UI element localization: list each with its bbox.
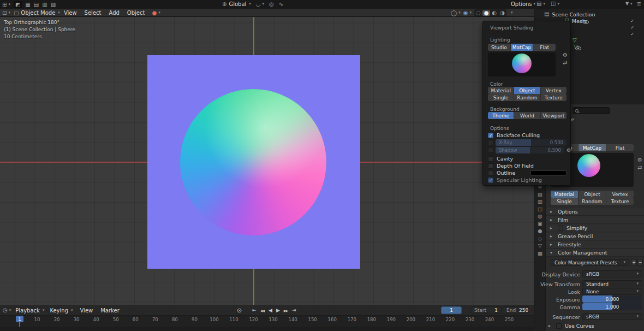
sequencer-select[interactable]: sRGB▾: [582, 313, 642, 320]
section-freestyle[interactable]: ▸Freestyle: [546, 241, 644, 249]
tab-flat[interactable]: Flat: [606, 144, 634, 151]
gamma-slider[interactable]: 1.000: [582, 303, 642, 310]
matcap-settings-gear-icon[interactable]: ⚙: [637, 157, 642, 163]
tab-studio[interactable]: Studio: [488, 44, 511, 51]
shading-rendered-button[interactable]: ◑: [498, 10, 506, 16]
timeline-editor-select[interactable]: ◷▾: [3, 308, 11, 313]
bg-theme[interactable]: Theme: [488, 112, 514, 119]
color-object[interactable]: Object: [514, 87, 540, 94]
backface-culling-checkbox[interactable]: [488, 133, 493, 138]
color-vertex[interactable]: Vertex: [541, 87, 567, 94]
color-material[interactable]: Material: [488, 87, 514, 94]
cm-use-curves-row[interactable]: ▸ Use Curves: [548, 323, 594, 329]
cavity-checkbox[interactable]: [488, 156, 493, 162]
shading-material-button[interactable]: ◐: [490, 10, 498, 16]
marker-menu[interactable]: Marker: [97, 308, 123, 314]
tab-matcap[interactable]: MatCap: [511, 44, 534, 51]
properties-tab-icon-object[interactable]: ▣: [538, 221, 542, 227]
view-menu[interactable]: View: [76, 308, 97, 314]
outliner-display-mode[interactable]: ◫▾: [551, 1, 559, 7]
popup-matcap-well[interactable]: [488, 52, 556, 76]
jump-to-start-button[interactable]: ⇤: [250, 308, 258, 313]
jump-to-end-button[interactable]: ⇥: [290, 308, 298, 313]
exposure-slider[interactable]: 0.000: [582, 295, 642, 303]
color-material[interactable]: Material: [551, 191, 579, 198]
section-grease-pencil[interactable]: ▸Grease Pencil: [546, 233, 644, 240]
selectable-checkbox[interactable]: ✓: [630, 32, 634, 37]
cm-preset-add-button[interactable]: +: [631, 259, 637, 266]
cm-preset-remove-button[interactable]: −: [637, 259, 643, 266]
look-select[interactable]: None▾: [582, 288, 642, 295]
playback-menu[interactable]: Playback▾: [14, 308, 44, 314]
menu-view[interactable]: View: [60, 10, 81, 16]
properties-tab-icon-modifiers[interactable]: ◇: [538, 236, 542, 241]
options-dropdown[interactable]: Options ▾: [511, 1, 535, 7]
color-object[interactable]: Object: [579, 191, 606, 198]
use-curves-checkbox[interactable]: [556, 323, 562, 329]
xray-slider[interactable]: X-Ray 0.500: [496, 139, 567, 146]
proportional-edit-icon[interactable]: ◎: [269, 2, 274, 7]
outline-color-swatch[interactable]: [530, 170, 567, 176]
popup-flip-icon[interactable]: ⇄: [563, 60, 567, 66]
popup-gear-icon[interactable]: ⚙: [563, 52, 568, 58]
overlays-dropdown[interactable]: ◉▾: [463, 10, 472, 16]
outliner-filter-dropdown[interactable]: ▼▾: [625, 2, 633, 6]
mode-dropdown[interactable]: ▢ Object Mode ▾: [14, 10, 60, 16]
bg-viewport[interactable]: Viewport: [541, 112, 567, 119]
specular-row[interactable]: Specular Lighting: [488, 177, 542, 183]
next-keyframe-button[interactable]: ▶▶: [282, 309, 290, 312]
shading-solid-button[interactable]: ●: [482, 10, 491, 16]
editor-type-select[interactable]: ⊞▾: [2, 2, 10, 8]
playhead-badge[interactable]: 1: [16, 316, 23, 322]
shadow-slider[interactable]: Shadow 0.500: [496, 147, 564, 153]
view-transform-select[interactable]: Standard▾: [582, 280, 642, 287]
current-frame-field[interactable]: 1: [441, 306, 462, 314]
outline-row[interactable]: Outline: [488, 170, 567, 176]
section-film[interactable]: ▸Film: [546, 216, 644, 224]
workspace-icon-3[interactable]: ▥: [42, 2, 47, 8]
timeline-ruler[interactable]: 10 20 30 40 50 60 70 80 90 100 110 120 1…: [0, 316, 534, 327]
shadow-checkbox[interactable]: [488, 147, 493, 153]
selectable-checkbox[interactable]: ✓: [630, 25, 634, 30]
shading-dropdown-chevron[interactable]: ▾: [511, 11, 513, 15]
visibility-eye-icon[interactable]: [583, 20, 589, 24]
shadow-gear-icon[interactable]: ⚙: [567, 148, 571, 153]
properties-tab-icon-material[interactable]: ●: [538, 228, 542, 234]
properties-tab-icon-scene[interactable]: ◫: [538, 206, 542, 212]
color-single[interactable]: Single: [488, 94, 514, 101]
bg-world[interactable]: World: [514, 112, 540, 119]
active-tool-sphere-dropdown[interactable]: ● ▾: [152, 10, 160, 16]
menu-add[interactable]: Add: [105, 10, 123, 16]
keying-menu[interactable]: Keying▾: [49, 308, 73, 314]
outline-checkbox[interactable]: [488, 170, 493, 176]
workspace-icon-2[interactable]: ▤: [34, 2, 39, 8]
backface-culling-row[interactable]: Backface Culling: [488, 132, 540, 138]
transform-orientation-dropdown[interactable]: ⊕ Global ▾: [222, 1, 251, 7]
menu-object[interactable]: Object: [123, 10, 149, 16]
specular-checkbox[interactable]: [488, 178, 493, 183]
properties-tab-icon-texture[interactable]: ▦: [538, 251, 542, 256]
tab-flat[interactable]: Flat: [533, 44, 556, 51]
selectable-checkbox[interactable]: ✓: [630, 19, 634, 23]
auto-key-record-button[interactable]: ⊙: [235, 308, 243, 314]
outliner-editor-select[interactable]: ▤▾: [536, 1, 545, 7]
workspace-icon-1[interactable]: ▦: [25, 2, 30, 8]
section-simplify[interactable]: ▸Simplify: [546, 224, 644, 232]
color-single[interactable]: Single: [551, 198, 579, 205]
timeline-scrollbar-area[interactable]: [0, 327, 534, 331]
section-options[interactable]: ▸Options: [546, 208, 644, 216]
matcap-preview-ball[interactable]: [577, 154, 600, 177]
visibility-eye-icon[interactable]: [575, 46, 581, 50]
frame-start-field[interactable]: Start 1: [470, 306, 502, 314]
matcap-flip-icon[interactable]: ⇄: [637, 165, 642, 170]
display-settings-icon[interactable]: ≣: [637, 1, 641, 7]
shading-wireframe-button[interactable]: ◌: [474, 10, 482, 16]
section-color-management[interactable]: ▾Color Management: [546, 249, 644, 257]
sphere-object[interactable]: [180, 89, 326, 235]
display-device-select[interactable]: sRGB▾: [582, 270, 642, 277]
color-random[interactable]: Random: [579, 198, 606, 205]
snap-dropdown[interactable]: ◡▾: [256, 2, 264, 7]
workspace-icon-4[interactable]: ▨: [51, 2, 56, 8]
properties-tab-icon-data[interactable]: ▽: [538, 243, 542, 249]
play-reverse-button[interactable]: ◀: [266, 308, 274, 313]
